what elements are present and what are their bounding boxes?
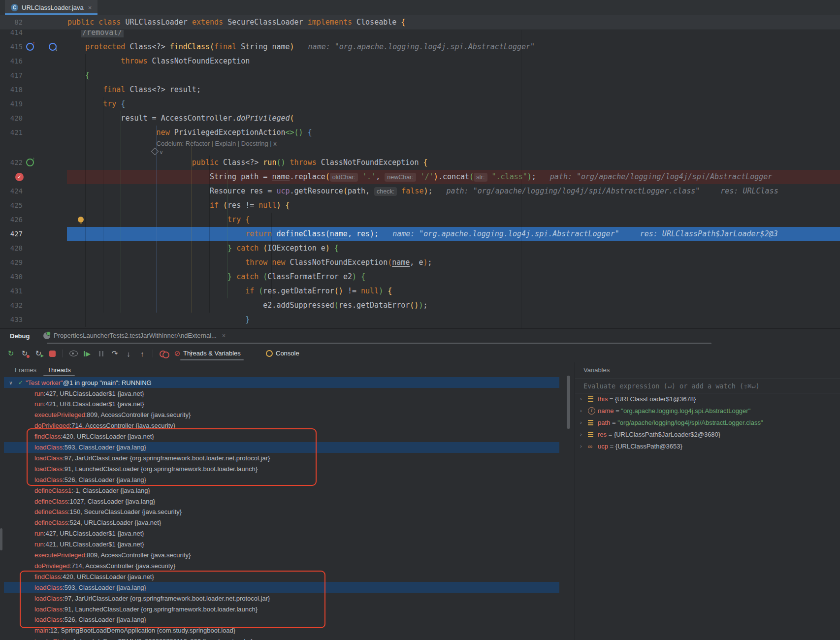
stack-frame-defineClass1[interactable]: defineClass1:-1, ClassLoader {java.lang} xyxy=(4,485,559,496)
stack-frame-defineClass[interactable]: defineClass:524, URLClassLoader {java.ne… xyxy=(4,517,559,528)
step-into-button[interactable]: ↓ xyxy=(123,348,134,359)
line-number[interactable]: 428 xyxy=(1,241,23,256)
code-line-426[interactable]: 426try { xyxy=(0,213,840,227)
tab-console[interactable]: Console xyxy=(266,345,299,361)
variable-row-ucp[interactable]: ›∞ucp = {URLClassPath@3653} xyxy=(575,440,840,452)
tab-frames[interactable]: Frames xyxy=(15,362,36,377)
stack-frame-invokeStatic[interactable]: invokeStatic:-1, LambdaForm$DMH/0x000000… xyxy=(4,636,559,640)
evaluate-expression-input[interactable]: Evaluate expression (↵) or add a watch (… xyxy=(575,379,840,393)
expand-chevron-icon[interactable]: › xyxy=(580,431,588,437)
line-number[interactable]: 430 xyxy=(1,270,23,284)
mute-breakpoints-button[interactable]: ⊘ xyxy=(171,348,183,359)
code-token: e2.addSuppressed xyxy=(263,301,334,310)
stop-button[interactable] xyxy=(46,348,58,359)
code-line-433[interactable]: 433} xyxy=(0,313,840,327)
line-number[interactable]: 417 xyxy=(1,68,23,83)
frames-scrollbar[interactable] xyxy=(567,376,570,429)
code-line-431[interactable]: 431if (res.getDataError() != null) { xyxy=(0,284,840,298)
expand-chevron-icon[interactable]: › xyxy=(580,408,588,414)
stack-frame-defineClass[interactable]: defineClass:1027, ClassLoader {java.lang… xyxy=(4,496,559,507)
code-line-428[interactable]: 428} catch (IOException e) { xyxy=(0,241,840,256)
rerun-tests-button[interactable]: ↻▶ xyxy=(32,348,44,359)
code-line-418[interactable]: 418final Class<?> result; xyxy=(0,83,840,97)
stack-frame-run[interactable]: run:427, URLClassLoader$1 {java.net} xyxy=(4,528,559,539)
variable-row-this[interactable]: ›this = {URLClassLoader$1@3678} xyxy=(575,393,840,405)
code-line-421[interactable]: 421new PrivilegedExceptionAction<>() { xyxy=(0,126,840,140)
code-text: protected Class<?> findClass(final Strin… xyxy=(85,40,535,54)
code-line-420[interactable]: 420result = AccessController.doPrivilege… xyxy=(0,111,840,126)
line-number[interactable]: 416 xyxy=(1,54,23,68)
line-number[interactable]: 421 xyxy=(1,126,23,140)
line-number[interactable]: 433 xyxy=(1,313,23,327)
expand-chevron-icon[interactable]: › xyxy=(580,396,588,402)
variable-row-path[interactable]: ›path = "org/apache/logging/log4j/spi/Ab… xyxy=(575,416,840,428)
line-number[interactable]: 415 xyxy=(1,40,23,54)
code-line-416[interactable]: 416throws ClassNotFoundException xyxy=(0,54,840,68)
tab-threads-and-variables[interactable]: Threads & Variables xyxy=(183,345,241,361)
variable-name: name xyxy=(598,407,614,415)
code-line-427[interactable]: 427return defineClass(name, res);name: "… xyxy=(0,227,840,241)
close-session-icon[interactable]: × xyxy=(222,332,226,339)
code-line-417[interactable]: 417{ xyxy=(0,68,840,83)
code-line-429[interactable]: 429throw new ClassNotFoundException(name… xyxy=(0,256,840,270)
resume-button[interactable]: ▶ xyxy=(81,348,93,359)
stack-frame-run[interactable]: run:427, URLClassLoader$1 {java.net} xyxy=(4,388,559,399)
line-number[interactable]: 419 xyxy=(1,97,23,111)
step-over-button[interactable]: ↷ xyxy=(109,348,121,359)
line-number[interactable]: 427 xyxy=(1,227,23,241)
line-number[interactable]: 422 xyxy=(1,156,23,170)
line-number[interactable]: 424 xyxy=(1,184,23,198)
pause-button[interactable] xyxy=(95,348,107,359)
code-line-424[interactable]: 424Resource res = ucp.getResource(path, … xyxy=(0,184,840,198)
override-up-icon[interactable]: ↑ xyxy=(26,42,34,51)
stack-frame-doPrivileged[interactable]: doPrivileged:714, AccessController {java… xyxy=(4,560,559,571)
line-number[interactable]: 425 xyxy=(1,198,23,213)
line-number[interactable]: 431 xyxy=(1,284,23,298)
code-line-419[interactable]: 419try { xyxy=(0,97,840,111)
rerun-button[interactable]: ↻ xyxy=(5,348,17,359)
code-token: ); xyxy=(370,229,379,238)
code-line-430[interactable]: 430} catch (ClassFormatError e2) { xyxy=(0,270,840,284)
code-editor[interactable]: 414/removal/415↑↓protected Class<?> find… xyxy=(0,15,840,328)
code-line-422[interactable]: 422↑public Class<?> run() throws ClassNo… xyxy=(0,156,840,170)
breakpoint-icon[interactable]: ✓ xyxy=(15,173,24,181)
overridden-down-icon[interactable]: ↓ xyxy=(48,42,57,51)
line-number[interactable]: 426 xyxy=(1,213,23,227)
stack-frame-run[interactable]: run:421, URLClassLoader$1 {java.net} xyxy=(4,539,559,550)
frames-left-scrollbar[interactable] xyxy=(0,528,2,550)
codeium-actions[interactable]: Codeium: Refactor | Explain | Docstring … xyxy=(157,140,277,147)
code-line-415[interactable]: 415↑↓protected Class<?> findClass(final … xyxy=(0,40,840,54)
line-number[interactable]: 432 xyxy=(1,298,23,313)
sticky-class-declaration[interactable]: 82 public class URLClassLoader extends S… xyxy=(0,15,840,30)
code-line-432[interactable]: 432e2.addSuppressed(res.getDataError()); xyxy=(0,298,840,313)
thread-row[interactable]: ∨ ✓ "Test worker" @1 in group "main": RU… xyxy=(4,377,559,388)
tabstrip-scrollbar[interactable] xyxy=(47,343,711,344)
expand-chevron-icon[interactable]: › xyxy=(580,443,588,449)
stack-frame-run[interactable]: run:421, URLClassLoader$1 {java.net} xyxy=(4,399,559,410)
code-token xyxy=(303,128,308,137)
stack-frame-defineClass[interactable]: defineClass:150, SecureClassLoader {java… xyxy=(4,507,559,517)
stack-frame-executePrivileged[interactable]: executePrivileged:809, AccessController … xyxy=(4,410,559,420)
variable-row-name[interactable]: ›fname = "org.apache.logging.log4j.spi.A… xyxy=(575,405,840,416)
code-line-423[interactable]: ✓String path = name.replace(oldChar: '.'… xyxy=(0,170,840,184)
expand-chevron-icon[interactable]: › xyxy=(580,419,588,425)
step-out-button[interactable]: ↑ xyxy=(136,348,148,359)
codeium-widget-icon[interactable]: ∨ xyxy=(152,149,163,156)
stack-frame-executePrivileged[interactable]: executePrivileged:809, AccessController … xyxy=(4,550,559,561)
view-breakpoints-button[interactable] xyxy=(158,348,169,359)
watch-options-icon[interactable] xyxy=(67,348,79,359)
code-line-425[interactable]: 425if (res != null) { xyxy=(0,198,840,213)
line-number[interactable]: 429 xyxy=(1,256,23,270)
debug-session-tab[interactable]: PropertiesLauncherTests2.testJarWithInne… xyxy=(43,332,226,339)
editor-tab-urlclassloader[interactable]: C URLClassLoader.java × xyxy=(5,0,97,15)
implements-up-icon[interactable]: ↑ xyxy=(26,158,34,166)
rerun-failed-tests-button[interactable]: ↻ xyxy=(19,348,31,359)
line-number[interactable]: 420 xyxy=(1,111,23,126)
chevron-down-icon[interactable]: ∨ xyxy=(6,380,16,385)
variable-row-res[interactable]: ›res = {URLClassPath$JarLoader$2@3680} xyxy=(575,428,840,440)
intention-bulb-icon[interactable] xyxy=(78,217,84,223)
code-token: path, xyxy=(348,187,374,195)
line-number[interactable]: 418 xyxy=(1,83,23,97)
tab-threads[interactable]: Threads xyxy=(47,362,71,377)
close-tab-icon[interactable]: × xyxy=(88,4,92,11)
